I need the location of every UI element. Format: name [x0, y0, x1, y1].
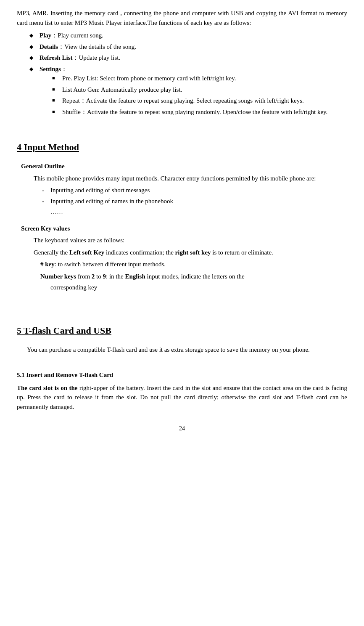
- num-2: 2: [92, 273, 95, 280]
- spacer-3: [17, 303, 347, 311]
- refresh-separator: ：: [72, 54, 79, 61]
- number-keys-line: Number keys from 2 to 9: in the English …: [40, 272, 347, 281]
- play-separator: ：: [51, 32, 58, 39]
- hash-key-label: # key: [40, 261, 55, 268]
- general-outline-heading: General Outline: [21, 162, 347, 171]
- right-soft-key-label: right soft key: [175, 249, 211, 256]
- hash-key-text: # key: to switch between different input…: [40, 260, 347, 269]
- details-text: View the details of the song.: [64, 43, 136, 50]
- details-separator: ：: [58, 43, 64, 50]
- dash-item-1: Inputting and editing of short messages: [42, 186, 347, 195]
- settings-item-shuffle: Shuffle：Activate the feature to repeat s…: [52, 107, 347, 117]
- ellipsis: ……: [50, 207, 347, 217]
- dash-list: Inputting and editing of short messages …: [42, 186, 347, 206]
- bullet-item-play: Play：Play current song.: [29, 31, 347, 40]
- number-keys-label: Number keys: [40, 273, 76, 280]
- generally-text: Generally the Left soft Key indicates co…: [34, 248, 347, 257]
- bullet-item-refresh: Refresh List：Update play list.: [29, 53, 347, 63]
- play-text: Play current song.: [58, 32, 103, 39]
- subsection-51-heading: 5.1 Insert and Remove T-flash Card: [17, 370, 347, 380]
- section4-heading: 4 Input Method: [17, 140, 347, 155]
- bullet-item-settings: Settings： Pre. Play List: Select from ph…: [29, 64, 347, 117]
- corresponding-key-text: corresponding key: [50, 283, 347, 292]
- num-9: 9: [103, 273, 106, 280]
- spacer-2: [17, 296, 347, 303]
- card-slot-paragraph: The card slot is on the right-upper of t…: [17, 383, 347, 412]
- refresh-text: Update play list.: [79, 54, 120, 61]
- bullet-item-details: Details：View the details of the song.: [29, 42, 347, 52]
- settings-label: Settings: [40, 66, 61, 72]
- card-slot-bold: The card slot is on the: [17, 385, 77, 391]
- page-number: 24: [17, 424, 347, 433]
- settings-item-repeat: Repeat：Activate the feature to repeat so…: [52, 96, 347, 106]
- settings-separator: ：: [61, 66, 67, 72]
- keyboard-values-text: The keyboard values are as follows:: [34, 236, 347, 245]
- left-soft-key-label: Left soft Key: [69, 249, 104, 256]
- general-outline-text: This mobile phone provides many input me…: [34, 174, 347, 183]
- intro-paragraph: MP3, AMR. Inserting the memory card , co…: [17, 8, 347, 27]
- section5-heading: 5 T-flash Card and USB: [17, 324, 347, 338]
- refresh-label: Refresh List: [40, 54, 72, 61]
- dash-item-2: Inputting and editing of names in the ph…: [42, 196, 347, 206]
- settings-sub-list: Pre. Play List: Select from phone or mem…: [52, 74, 347, 117]
- screen-key-heading: Screen Key values: [21, 224, 347, 233]
- spacer-1: [17, 120, 347, 127]
- feature-bullet-list: Play：Play current song. Details：View the…: [29, 31, 347, 117]
- play-label: Play: [40, 32, 51, 39]
- english-input-label: English: [125, 273, 145, 280]
- details-label: Details: [40, 43, 58, 50]
- spacer-4: [17, 358, 347, 362]
- section5-intro: You can purchase a compatible T-flash ca…: [27, 345, 347, 355]
- settings-item-preplay: Pre. Play List: Select from phone or mem…: [52, 74, 347, 83]
- settings-item-autogen: List Auto Gen: Automatically produce pla…: [52, 85, 347, 95]
